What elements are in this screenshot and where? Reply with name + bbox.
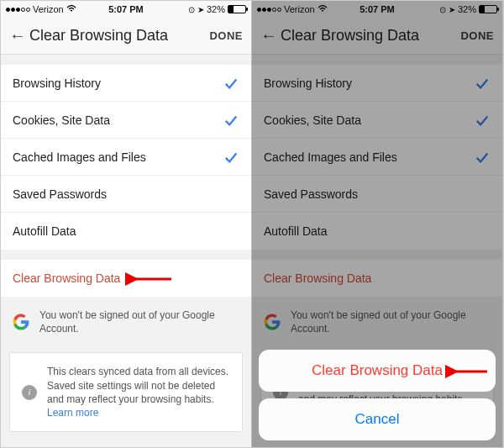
check-icon [223, 112, 239, 129]
clear-browsing-data-button[interactable]: Clear Browsing Data [1, 260, 251, 297]
row-label: Autofill Data [13, 224, 76, 238]
check-icon [223, 75, 239, 92]
google-account-note: You won't be signed out of your Google A… [1, 297, 251, 347]
page-title: Clear Browsing Data [29, 27, 209, 45]
annotation-arrow-icon [445, 361, 491, 382]
status-bar: Verizon 5:07 PM ⊙ ➤ 32% [1, 1, 251, 18]
screenshot-left: Verizon 5:07 PM ⊙ ➤ 32% ← Clear Browsing… [1, 1, 252, 447]
google-logo-icon [13, 314, 29, 330]
note-text: You won't be signed out of your Google A… [39, 308, 239, 335]
learn-more-link[interactable]: Learn more [47, 407, 98, 419]
screenshot-right: Verizon 5:07 PM ⊙ ➤ 32% ← Clear Browsing… [252, 1, 503, 447]
row-label: Cookies, Site Data [13, 113, 110, 127]
data-type-list: Browsing History Cookies, Site Data Cach… [1, 65, 251, 250]
row-label: Browsing History [13, 76, 101, 90]
sync-note: i This clears synced data from all devic… [9, 352, 243, 432]
row-autofill[interactable]: Autofill Data [1, 213, 251, 250]
row-label: Cached Images and Files [13, 150, 146, 164]
annotation-arrow-icon [125, 268, 176, 290]
row-cached[interactable]: Cached Images and Files [1, 139, 251, 176]
row-label: Saved Passwords [13, 187, 107, 201]
battery-icon [228, 5, 246, 13]
check-icon [223, 149, 239, 166]
nav-header: ← Clear Browsing Data DONE [1, 18, 251, 55]
note-text: This clears synced data from all devices… [47, 365, 230, 419]
back-button[interactable]: ← [9, 26, 29, 45]
row-passwords[interactable]: Saved Passwords [1, 176, 251, 213]
sheet-clear-button[interactable]: Clear Browsing Data [259, 350, 496, 392]
action-sheet: Clear Browsing Data Cancel [259, 350, 496, 440]
done-button[interactable]: DONE [209, 29, 243, 42]
clock: 5:07 PM [1, 4, 251, 14]
sheet-cancel-button[interactable]: Cancel [259, 398, 496, 440]
info-icon: i [22, 385, 37, 400]
row-cookies[interactable]: Cookies, Site Data [1, 102, 251, 139]
row-browsing-history[interactable]: Browsing History [1, 65, 251, 102]
